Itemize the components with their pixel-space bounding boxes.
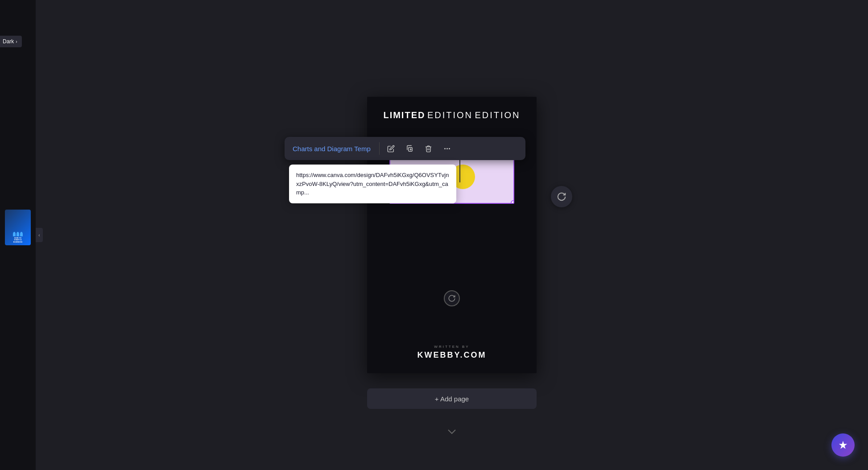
ai-assistant-button[interactable] (831, 433, 855, 457)
add-page-label: + Add page (435, 395, 469, 403)
page-header: LIMITED EDITION EDITION (367, 97, 537, 129)
bulb-1 (13, 232, 16, 236)
more-button[interactable] (438, 140, 455, 157)
dark-mode-label[interactable]: Dark › (0, 36, 22, 47)
svg-point-8 (444, 148, 446, 149)
copy-add-button[interactable] (401, 140, 418, 157)
author-name: KWEBBY.COM (367, 350, 537, 360)
diagram-arrow (459, 158, 460, 182)
floating-toolbar: Charts and Diagram Temp (285, 137, 525, 160)
delete-button[interactable] (420, 140, 437, 157)
chevron-right-icon: › (16, 39, 17, 44)
title-bold: LIMITED (383, 110, 425, 120)
written-by-label: WRITTEN BY (367, 345, 537, 349)
page-thumbnail[interactable]: HOW TOSTART ABUSINESS (5, 210, 31, 245)
url-tooltip: https://www.canva.com/design/DAFvh5iKGxg… (289, 165, 456, 203)
edit-button[interactable] (382, 140, 399, 157)
refresh-fab-button[interactable] (551, 186, 572, 207)
bottom-chevron-button[interactable] (447, 429, 456, 436)
sidebar: Dark › HOW TOSTART ABUSINESS (0, 0, 36, 470)
refresh-center-button[interactable] (444, 290, 460, 306)
svg-point-10 (449, 148, 450, 149)
title-light-2: EDITION (475, 110, 520, 120)
chevron-left-icon: ‹ (38, 233, 40, 238)
bulb-2 (17, 232, 19, 236)
title-light: EDITION (427, 110, 473, 120)
page-title: LIMITED EDITION EDITION (376, 110, 528, 120)
element-name-label: Charts and Diagram Temp (287, 142, 376, 155)
toolbar-divider-1 (379, 142, 380, 155)
collapse-sidebar-button[interactable]: ‹ (36, 228, 43, 242)
svg-point-9 (446, 148, 448, 149)
dark-label-text: Dark (3, 38, 14, 45)
handle-bottom-right[interactable] (511, 200, 514, 204)
url-text: https://www.canva.com/design/DAFvh5iKGxg… (296, 172, 449, 196)
add-page-button[interactable]: + Add page (367, 388, 537, 409)
thumb-text: HOW TOSTART ABUSINESS (13, 237, 22, 243)
page-footer: WRITTEN BY KWEBBY.COM (367, 345, 537, 360)
bulb-3 (20, 232, 23, 236)
page-container: LIMITED EDITION EDITION (367, 97, 537, 373)
main-canvas: LIMITED EDITION EDITION (36, 0, 868, 470)
